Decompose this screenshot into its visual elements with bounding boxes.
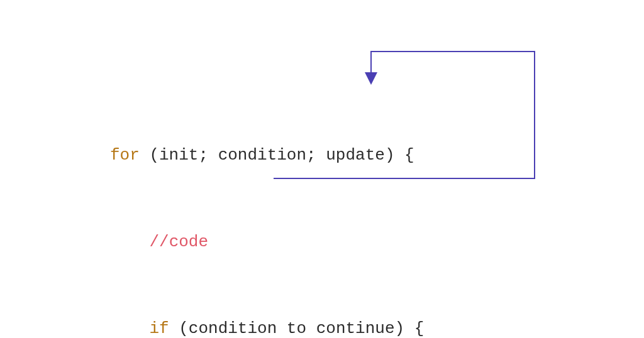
if-args: (condition to continue) { <box>169 319 425 338</box>
code-line-3: if (condition to continue) { <box>110 314 424 338</box>
code-line-1: for (init; condition; update) { <box>110 141 424 170</box>
for-keyword: for <box>110 146 140 165</box>
code-block: for (init; condition; update) { //code i… <box>110 83 424 338</box>
comment-1: //code <box>149 232 208 251</box>
code-line-2: //code <box>110 227 424 256</box>
if-keyword: if <box>149 319 169 338</box>
for-args: (init; condition; update) { <box>140 146 414 165</box>
